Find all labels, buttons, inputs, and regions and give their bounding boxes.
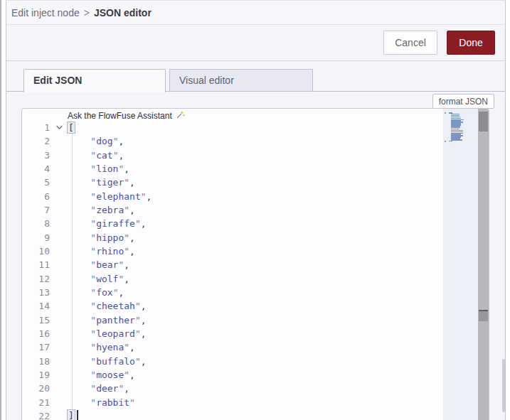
line-number: 21 [22, 397, 50, 408]
minimap-line-mark [451, 139, 462, 141]
code-text: ] [68, 410, 78, 420]
text-cursor [77, 410, 78, 420]
cancel-button[interactable]: Cancel [383, 31, 437, 55]
code-line[interactable]: 18 "buffalo", [22, 355, 489, 368]
code-text: "fox", [68, 287, 124, 298]
code-line[interactable]: 12 "wolf", [22, 272, 489, 286]
line-number: 5 [22, 177, 50, 188]
code-text: "wolf", [68, 274, 129, 284]
code-line[interactable]: 6 "elephant", [22, 190, 489, 203]
line-number: 1 [22, 122, 50, 133]
line-number: 9 [22, 232, 50, 243]
code-text: "giraffe", [68, 218, 147, 229]
indent-guide [72, 134, 73, 409]
breadcrumb-parent[interactable]: Edit inject node [11, 7, 80, 18]
code-line[interactable]: 10 "rhino", [22, 244, 489, 258]
page-title: JSON editor [94, 7, 152, 18]
fold-chevron-icon[interactable] [50, 124, 68, 131]
minimap-fold-dot [445, 141, 446, 142]
code-text: "rhino", [68, 246, 135, 257]
code-text: "hippo", [68, 232, 135, 243]
line-number: 19 [22, 370, 50, 380]
breadcrumb-separator: > [84, 7, 90, 18]
json-editor-dialog: Edit inject node > JSON editor Cancel Do… [6, 0, 506, 420]
code-text: "lion", [68, 163, 129, 174]
scrollbar-cursor-marker [479, 310, 488, 321]
code-line[interactable]: 15 "panther", [22, 313, 489, 327]
code-text: "elephant", [68, 191, 152, 202]
tab-edit-json[interactable]: Edit JSON [23, 69, 166, 92]
code-text: "tiger", [68, 177, 135, 188]
code-line[interactable]: 19 "moose", [22, 368, 489, 382]
line-number: 16 [22, 328, 50, 339]
code-line[interactable]: 5 "tiger", [22, 176, 489, 189]
tab-visual-editor[interactable]: Visual editor [169, 69, 313, 92]
assistant-hint-row[interactable]: Ask the FlowFuse Assistant [22, 109, 489, 121]
code-line[interactable]: 8 "giraffe", [22, 217, 489, 230]
line-number: 20 [22, 383, 50, 394]
line-number: 4 [22, 163, 50, 174]
code-text: "dog", [68, 136, 124, 146]
code-line[interactable]: 22] [22, 409, 489, 420]
code-text: [ [68, 122, 75, 133]
code-text: "hyena", [68, 342, 135, 352]
code-line[interactable]: 7 "zebra", [22, 203, 489, 217]
code-line[interactable]: 16 "leopard", [22, 327, 489, 340]
code-text: "cheetah", [68, 301, 147, 311]
line-number: 11 [22, 259, 50, 270]
page-scrollbar-thumb[interactable] [502, 359, 505, 412]
code-line[interactable]: 9 "hippo", [22, 231, 489, 244]
code-line[interactable]: 20 "deer", [22, 382, 489, 395]
minimap-fold-dot [445, 112, 446, 114]
code-text: "cat", [68, 150, 124, 161]
code-text: "rabbit" [68, 397, 135, 408]
line-number: 6 [22, 191, 50, 202]
assistant-hint-label[interactable]: Ask the FlowFuse Assistant [68, 111, 172, 121]
line-number: 12 [22, 274, 50, 284]
line-number: 14 [22, 301, 50, 311]
code-line[interactable]: 11 "bear", [22, 258, 489, 271]
code-line[interactable]: 1[ [22, 121, 489, 134]
code-line[interactable]: 2 "dog", [22, 134, 489, 148]
done-button[interactable]: Done [447, 31, 495, 55]
line-number: 10 [22, 246, 50, 257]
line-number: 8 [22, 218, 50, 229]
code-text: "panther", [68, 315, 147, 325]
editor-tabs: Edit JSON Visual editor [6, 61, 505, 92]
code-text: "leopard", [68, 328, 147, 339]
minimap[interactable] [443, 109, 478, 420]
code-text: "deer", [68, 383, 129, 394]
line-number: 2 [22, 136, 50, 146]
line-number: 15 [22, 315, 50, 325]
code-line[interactable]: 13 "fox", [22, 286, 489, 299]
minimap-line-mark [449, 141, 452, 142]
code-line[interactable]: 3 "cat", [22, 149, 489, 162]
line-number: 7 [22, 205, 50, 215]
code-area[interactable]: 1[2 "dog",3 "cat",4 "lion",5 "tiger",6 "… [22, 121, 489, 420]
code-line[interactable]: 17 "hyena", [22, 340, 489, 354]
tray-resize-handle[interactable] [0, 0, 1, 420]
line-number: 3 [22, 150, 50, 161]
code-text: "bear", [68, 259, 129, 270]
monaco-json-editor[interactable]: Ask the FlowFuse Assistant 1[2 "dog",3 "… [21, 108, 489, 420]
code-line[interactable]: 14 "cheetah", [22, 299, 489, 313]
code-text: "moose", [68, 370, 135, 380]
scrollbar-thumb[interactable] [479, 112, 488, 131]
tab-content: format JSON Ask the FlowFuse Assistant 1… [6, 92, 505, 420]
line-number: 18 [22, 356, 50, 367]
code-line[interactable]: 4 "lion", [22, 162, 489, 176]
line-number: 13 [22, 287, 50, 298]
breadcrumb: Edit inject node > JSON editor [6, 1, 505, 25]
code-text: "buffalo", [68, 356, 147, 367]
line-number: 22 [22, 411, 50, 420]
line-number: 17 [22, 342, 50, 352]
code-text: "zebra", [68, 205, 135, 215]
action-bar: Cancel Done [6, 25, 505, 61]
code-line[interactable]: 21 "rabbit" [22, 396, 489, 409]
format-json-button[interactable]: format JSON [432, 94, 494, 109]
editor-scrollbar[interactable] [478, 109, 489, 420]
